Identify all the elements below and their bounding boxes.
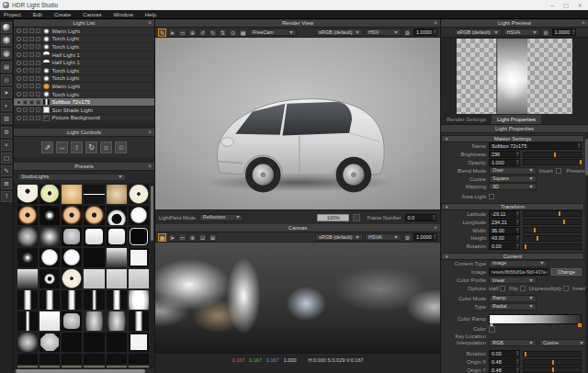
- name-field[interactable]: Softbox 72x175: [489, 142, 582, 150]
- preset-thumbnail[interactable]: [84, 248, 104, 267]
- preset-thumbnail[interactable]: [62, 311, 82, 331]
- enable-checkbox[interactable]: [23, 44, 28, 49]
- close-icon[interactable]: ×: [148, 129, 152, 136]
- preset-thumbnail[interactable]: [17, 290, 38, 310]
- visible-checkbox[interactable]: [36, 76, 40, 81]
- content-rotation-slider[interactable]: [523, 351, 582, 357]
- content-type-dropdown[interactable]: Image: [489, 260, 548, 267]
- enable-checkbox[interactable]: [23, 76, 28, 81]
- transform-slider[interactable]: [523, 227, 582, 233]
- enable-checkbox[interactable]: [23, 100, 28, 105]
- preset-thumbnail[interactable]: [17, 333, 38, 352]
- lock-checkbox[interactable]: [29, 61, 34, 65]
- preset-thumbnail[interactable]: [62, 185, 82, 204]
- light-list-row[interactable]: Picture Background: [14, 115, 154, 123]
- lock-checkbox[interactable]: [29, 116, 34, 120]
- tab-light-properties[interactable]: Light Properties: [492, 115, 541, 124]
- visible-checkbox[interactable]: [36, 44, 40, 49]
- preset-thumbnail[interactable]: [107, 333, 127, 352]
- preset-thumbnail[interactable]: [107, 269, 127, 288]
- left-toolbar-button[interactable]: ➤: [1, 87, 12, 98]
- menu-item[interactable]: Create: [54, 12, 71, 17]
- preset-thumbnail[interactable]: [40, 333, 60, 352]
- light-list-row[interactable]: Torch Light: [14, 43, 154, 51]
- preset-thumbnail[interactable]: [129, 311, 149, 331]
- interpolation-curve-dropdown[interactable]: Cosine: [539, 339, 587, 346]
- preset-thumbnail[interactable]: [107, 185, 127, 204]
- left-toolbar-button[interactable]: [1, 22, 12, 33]
- preset-thumbnail[interactable]: [17, 248, 38, 267]
- canvas-tool-button[interactable]: ⊕: [188, 233, 197, 242]
- render-tool-button[interactable]: ➤: [168, 28, 176, 37]
- preset-thumbnail[interactable]: [62, 333, 82, 352]
- canvas-exposure-field[interactable]: 1.0000: [413, 233, 437, 241]
- light-list-row[interactable]: Torch Light: [14, 67, 154, 75]
- visible-checkbox[interactable]: [36, 28, 40, 33]
- image-path-field[interactable]: resets/8b56df1a-f9df-437a-bc6c-b25a5f76c…: [489, 268, 548, 276]
- preset-thumbnail[interactable]: [62, 227, 82, 246]
- interpolation-space-dropdown[interactable]: RGB: [489, 339, 537, 346]
- transform-field[interactable]: -29.11: [489, 210, 520, 218]
- preset-thumbnail[interactable]: [129, 269, 149, 288]
- change-image-button[interactable]: Change: [551, 268, 582, 276]
- light-control-button[interactable]: ⇗: [41, 141, 53, 153]
- exposure-field[interactable]: 1.0000: [413, 28, 437, 36]
- enable-checkbox[interactable]: [23, 107, 28, 112]
- area-light-checkbox[interactable]: [489, 194, 494, 199]
- light-list-row[interactable]: Warm Light: [14, 83, 154, 91]
- preset-thumbnail[interactable]: [40, 311, 60, 331]
- render-viewport[interactable]: [155, 38, 440, 209]
- left-toolbar-button[interactable]: ◐: [1, 100, 12, 111]
- light-control-button[interactable]: ⊘: [115, 141, 127, 153]
- left-toolbar-button[interactable]: ◎: [1, 74, 12, 85]
- brightness-slider[interactable]: [523, 152, 582, 158]
- preset-thumbnail[interactable]: [17, 185, 38, 204]
- lock-checkbox[interactable]: [29, 100, 34, 105]
- tab-render-settings[interactable]: Render Settings: [441, 115, 492, 124]
- option-checkbox[interactable]: [520, 286, 526, 291]
- visible-checkbox[interactable]: [36, 107, 40, 112]
- left-toolbar-button[interactable]: ×: [1, 140, 12, 151]
- light-control-button[interactable]: ☼: [100, 141, 112, 153]
- lock-checkbox[interactable]: [29, 28, 34, 33]
- preset-thumbnail[interactable]: [129, 333, 149, 352]
- canvas-tool-button[interactable]: ⊡: [198, 233, 207, 242]
- light-control-button[interactable]: ↻: [85, 141, 97, 153]
- left-toolbar-button[interactable]: ✎: [1, 165, 12, 176]
- preset-thumbnail[interactable]: [40, 248, 60, 267]
- opacity-field[interactable]: 1.000: [489, 159, 520, 166]
- invert-checkbox[interactable]: [556, 168, 561, 174]
- menu-item[interactable]: Window: [113, 12, 132, 17]
- maximize-button[interactable]: ▢: [563, 0, 569, 10]
- menu-item[interactable]: Edit: [33, 12, 42, 17]
- solo-icon[interactable]: [17, 61, 21, 65]
- preset-thumbnail[interactable]: [84, 227, 104, 246]
- left-toolbar-button[interactable]: [1, 48, 12, 59]
- preset-thumbnail[interactable]: [40, 354, 60, 367]
- render-tool-button[interactable]: ⇅: [219, 28, 227, 37]
- lock-checkbox[interactable]: [29, 76, 34, 81]
- preview-colorspace-dropdown[interactable]: sRGB (default): [454, 28, 502, 36]
- origin-x-field[interactable]: 0.48: [489, 358, 520, 366]
- render-tool-button[interactable]: ⊙: [229, 28, 237, 37]
- solo-icon[interactable]: [17, 37, 21, 41]
- enable-checkbox[interactable]: [23, 116, 28, 120]
- solo-icon[interactable]: [17, 107, 21, 112]
- menu-item[interactable]: Help: [145, 12, 156, 17]
- ramp-type-dropdown[interactable]: Radial: [489, 303, 537, 311]
- left-toolbar-button[interactable]: ⚙: [1, 127, 12, 138]
- preset-thumbnail[interactable]: [40, 206, 60, 225]
- enable-checkbox[interactable]: [23, 92, 28, 96]
- preset-thumbnail[interactable]: [107, 227, 127, 246]
- preview-channel-dropdown[interactable]: HSVA: [503, 28, 540, 36]
- colorspace-dropdown[interactable]: sRGB (default): [315, 28, 363, 36]
- transform-slider[interactable]: [523, 235, 582, 242]
- ramp-key-marker-end[interactable]: [578, 323, 582, 327]
- visible-checkbox[interactable]: [36, 61, 40, 65]
- minimize-button[interactable]: –: [550, 0, 554, 10]
- presets-vertical-scrollbar[interactable]: [151, 186, 153, 241]
- preset-thumbnail[interactable]: [84, 269, 104, 288]
- color-mode-dropdown[interactable]: Ramp: [489, 295, 537, 302]
- collapse-icon[interactable]: ▼: [445, 137, 448, 142]
- close-icon[interactable]: ×: [582, 19, 585, 27]
